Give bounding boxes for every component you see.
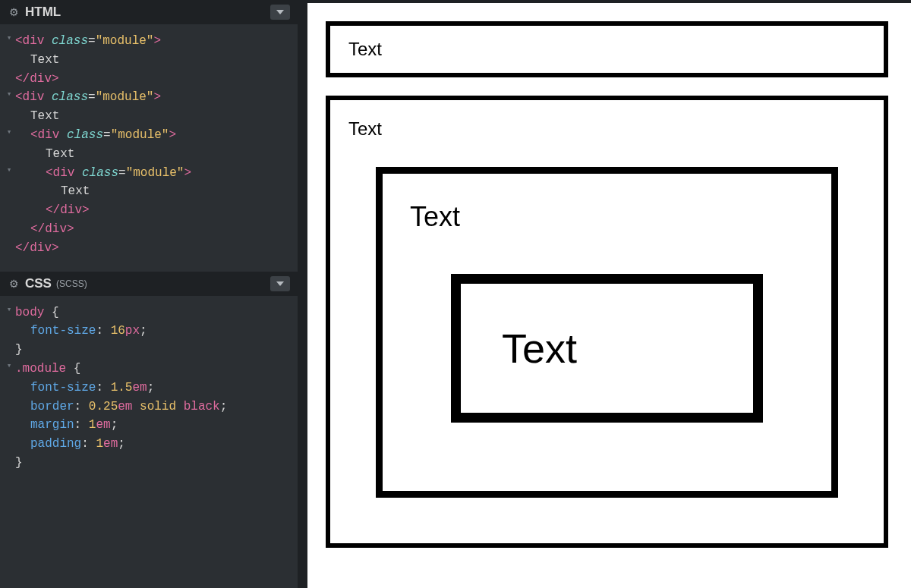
code-token: em xyxy=(132,379,147,398)
code-token: "module" xyxy=(111,126,169,145)
editor-column: ⚙ HTML <div class="module"> Text </div> … xyxy=(0,0,307,588)
code-token: "module" xyxy=(126,164,184,183)
html-pane: ⚙ HTML <div class="module"> Text </div> … xyxy=(0,0,298,272)
code-token: = xyxy=(88,32,96,51)
code-token: } xyxy=(15,454,23,473)
code-token: ; xyxy=(118,435,125,454)
code-token: ; xyxy=(111,416,118,435)
code-token: : xyxy=(81,435,89,454)
code-token: : xyxy=(96,322,103,341)
css-pane-title: CSS xyxy=(25,276,52,291)
code-token: </div> xyxy=(15,70,59,89)
code-token: class xyxy=(67,126,103,145)
code-token: padding xyxy=(30,435,81,454)
code-token: 16 xyxy=(111,322,125,341)
preview-module: Text xyxy=(451,274,763,423)
code-token: <div xyxy=(15,32,44,51)
code-token: > xyxy=(169,126,176,145)
preview-column: Text Text Text Text xyxy=(307,0,911,588)
app: ⚙ HTML <div class="module"> Text </div> … xyxy=(0,0,911,588)
code-token: 1.5 xyxy=(111,379,133,398)
code-token: = xyxy=(88,88,96,107)
code-token: Text xyxy=(30,107,59,126)
code-token: body xyxy=(15,303,44,322)
code-token: px xyxy=(125,322,140,341)
code-token: 1 xyxy=(89,416,96,435)
code-token: = xyxy=(103,126,111,145)
chevron-down-icon xyxy=(276,10,284,14)
code-token: "module" xyxy=(96,88,154,107)
code-token: <div xyxy=(15,88,44,107)
code-token: em xyxy=(96,416,110,435)
code-token: font-size xyxy=(30,379,96,398)
preview-text: Text xyxy=(348,39,382,59)
code-token: > xyxy=(153,32,161,51)
code-token: { xyxy=(74,360,81,379)
code-token: 0.25 xyxy=(89,398,118,417)
code-token: black xyxy=(184,398,220,417)
code-token: </div> xyxy=(46,201,90,220)
code-token: > xyxy=(184,164,191,183)
code-token: </div> xyxy=(15,239,59,258)
code-token: <div xyxy=(46,164,74,183)
html-pane-title: HTML xyxy=(25,5,61,20)
preview-text: Text xyxy=(348,118,382,139)
css-pane-subtitle: (SCSS) xyxy=(56,278,87,289)
css-pane-header: ⚙ CSS (SCSS) xyxy=(0,272,298,296)
code-token: Text xyxy=(61,182,90,201)
preview-module: Text Text Text xyxy=(326,96,888,548)
code-token: : xyxy=(74,398,82,417)
code-token: : xyxy=(74,416,82,435)
code-token: ; xyxy=(147,379,155,398)
code-token: "module" xyxy=(96,32,154,51)
code-token: 1 xyxy=(96,435,103,454)
code-token: } xyxy=(15,341,23,360)
gear-icon[interactable]: ⚙ xyxy=(9,278,19,289)
code-token: em xyxy=(118,398,132,417)
code-token: ; xyxy=(220,398,228,417)
code-token: solid xyxy=(140,398,176,417)
code-token: font-size xyxy=(30,322,96,341)
code-token: margin xyxy=(30,416,74,435)
code-token: = xyxy=(118,164,126,183)
html-pane-header: ⚙ HTML xyxy=(0,0,298,24)
code-token: em xyxy=(103,435,118,454)
code-token: </div> xyxy=(30,220,74,239)
code-token: class xyxy=(52,88,88,107)
preview-text: Text xyxy=(410,201,460,232)
preview-module: Text Text xyxy=(376,167,838,498)
code-token: > xyxy=(153,88,161,107)
code-token: : xyxy=(96,379,103,398)
css-pane-collapse-button[interactable] xyxy=(270,276,290,291)
code-token: ; xyxy=(140,322,147,341)
code-token: class xyxy=(52,32,88,51)
code-token: { xyxy=(52,303,59,322)
code-token: <div xyxy=(30,126,59,145)
code-token: .module xyxy=(15,360,66,379)
css-pane: ⚙ CSS (SCSS) body { font-size: 16px; } .… xyxy=(0,272,298,588)
code-token: class xyxy=(82,164,118,183)
gear-icon[interactable]: ⚙ xyxy=(9,7,19,17)
chevron-down-icon xyxy=(276,281,284,286)
css-code-editor[interactable]: body { font-size: 16px; } .module { font… xyxy=(0,296,298,486)
preview-module: Text xyxy=(326,21,888,77)
html-pane-collapse-button[interactable] xyxy=(270,5,290,20)
code-token: Text xyxy=(30,51,59,70)
preview-text: Text xyxy=(502,325,577,371)
code-token: border xyxy=(30,398,74,417)
html-code-editor[interactable]: <div class="module"> Text </div> <div cl… xyxy=(0,24,298,272)
code-token: Text xyxy=(46,145,74,164)
preview-body: Text Text Text Text xyxy=(307,21,911,548)
